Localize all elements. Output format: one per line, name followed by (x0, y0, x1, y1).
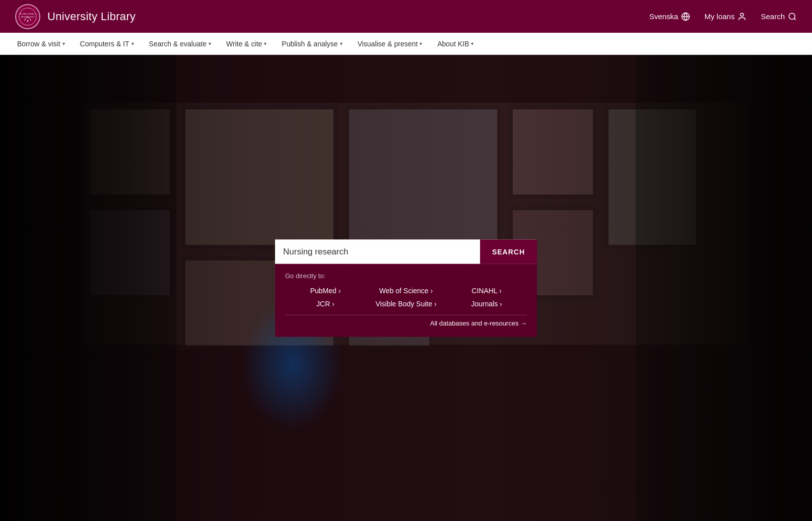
chevron-down-icon: ▾ (471, 41, 473, 46)
my-loans-button[interactable]: My loans (704, 12, 747, 21)
quick-link-cinahl[interactable]: CINAHL › (446, 286, 527, 294)
nav-label: Visualise & present (358, 40, 418, 48)
svenska-button[interactable]: Svenska (649, 12, 691, 21)
nav-label: Publish & analyse (282, 40, 337, 48)
quick-link-journals[interactable]: Journals › (446, 299, 527, 307)
site-title: University Library (47, 10, 136, 23)
nav-label: Computers & IT (80, 40, 129, 48)
search-container: SEARCH Go directly to: PubMed › Web of S… (275, 239, 537, 337)
ki-logo: KAROLINSKA INSTITUTET (15, 4, 40, 29)
go-directly-label: Go directly to: (285, 272, 527, 279)
top-header: KAROLINSKA INSTITUTET University Library… (0, 0, 812, 33)
chevron-down-icon: ▾ (131, 41, 134, 46)
nav-label: Search & evaluate (149, 40, 207, 48)
all-databases-link[interactable]: All databases and e-resources → (430, 319, 527, 327)
svg-point-3 (27, 20, 29, 22)
quick-link-visible-body[interactable]: Visible Body Suite › (366, 299, 446, 307)
search-box: SEARCH (275, 239, 537, 264)
header-right: Svenska My loans Search (649, 12, 797, 21)
nav-computers-it[interactable]: Computers & IT ▾ (73, 33, 141, 55)
quick-link-web-of-science[interactable]: Web of Science › (366, 286, 446, 294)
person-icon (737, 12, 747, 21)
hero-section: SEARCH Go directly to: PubMed › Web of S… (0, 55, 812, 521)
logo-area[interactable]: KAROLINSKA INSTITUTET University Library (15, 4, 136, 29)
nav-label: About KIB (437, 40, 469, 48)
nav-about-kib[interactable]: About KIB ▾ (430, 33, 481, 55)
search-dropdown: Go directly to: PubMed › Web of Science … (275, 264, 537, 337)
chevron-down-icon: ▾ (62, 41, 65, 46)
main-nav: Borrow & visit ▾ Computers & IT ▾ Search… (0, 33, 812, 55)
search-header-button[interactable]: Search (761, 12, 797, 21)
chevron-down-icon: ▾ (340, 41, 343, 46)
search-input[interactable] (275, 239, 480, 264)
nav-publish-analyse[interactable]: Publish & analyse ▾ (275, 33, 349, 55)
nav-write-cite[interactable]: Write & cite ▾ (219, 33, 274, 55)
nav-label: Write & cite (226, 40, 262, 48)
my-loans-label: My loans (704, 12, 734, 21)
search-button[interactable]: SEARCH (480, 239, 537, 264)
svg-line-10 (794, 18, 795, 20)
search-header-label: Search (761, 12, 785, 21)
search-icon (788, 12, 797, 21)
nav-borrow-visit[interactable]: Borrow & visit ▾ (10, 33, 72, 55)
nav-search-evaluate[interactable]: Search & evaluate ▾ (142, 33, 218, 55)
chevron-down-icon: ▾ (264, 41, 266, 46)
svg-text:KAROLINSKA: KAROLINSKA (20, 13, 36, 15)
nav-label: Borrow & visit (17, 40, 60, 48)
quick-links-grid: PubMed › Web of Science › CINAHL › JCR ›… (285, 286, 527, 307)
chevron-down-icon: ▾ (420, 41, 422, 46)
svg-point-9 (789, 13, 795, 19)
svenska-label: Svenska (649, 12, 679, 21)
nav-visualise-present[interactable]: Visualise & present ▾ (351, 33, 430, 55)
svg-point-8 (740, 13, 743, 16)
globe-icon (681, 12, 690, 21)
chevron-down-icon: ▾ (209, 41, 211, 46)
svg-point-5 (30, 19, 31, 20)
all-databases-row: All databases and e-resources → (285, 314, 527, 327)
quick-link-pubmed[interactable]: PubMed › (285, 286, 366, 294)
quick-link-jcr[interactable]: JCR › (285, 299, 366, 307)
svg-point-4 (24, 19, 25, 20)
